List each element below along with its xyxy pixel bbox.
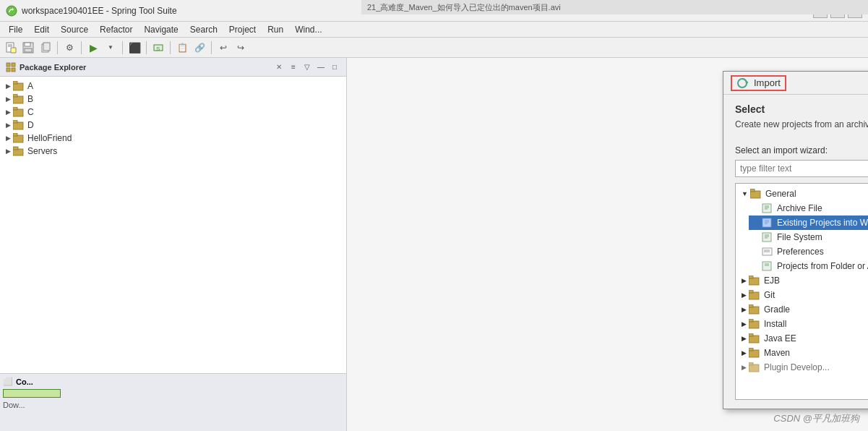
tree-install[interactable]: ▶ Install xyxy=(736,317,868,331)
dialog-body: Select Create new projects from an archi… xyxy=(723,95,868,409)
tree-item-d[interactable]: ▶ D xyxy=(0,119,346,132)
panel-controls: ≡ ▽ — □ xyxy=(288,61,340,73)
tree-general[interactable]: ▼ General xyxy=(736,187,868,201)
menu-project[interactable]: Project xyxy=(223,23,262,36)
tree-inner[interactable]: ▼ General ▶ xyxy=(736,184,868,399)
panel-maximize[interactable]: □ xyxy=(329,61,340,73)
panel-ctrl-1[interactable]: ≡ xyxy=(288,61,299,73)
tree-ejb[interactable]: ▶ EJB xyxy=(736,273,868,288)
toolbar-btn-8[interactable]: ↩ xyxy=(215,40,231,56)
menu-run[interactable]: Run xyxy=(262,23,289,36)
toolbar-new-btn[interactable] xyxy=(3,40,19,56)
menu-search[interactable]: Search xyxy=(184,23,223,36)
toolbar-save-btn[interactable] xyxy=(20,40,36,56)
tree-item-servers[interactable]: ▶ Servers xyxy=(0,145,346,158)
toolbar-run-dropdown[interactable]: ▼ xyxy=(103,40,119,56)
tree-git-arrow: ▶ xyxy=(742,291,747,299)
toolbar-btn-5[interactable]: S xyxy=(150,40,166,56)
tree-general-label: General xyxy=(765,189,796,199)
svg-rect-40 xyxy=(750,191,760,198)
tree-label-d: D xyxy=(27,120,34,130)
panel-ctrl-2[interactable]: ▽ xyxy=(301,61,313,73)
tree-existing-projects[interactable]: ▶ Existing Projects into Workspace ↖ xyxy=(749,216,868,230)
tree-git[interactable]: ▶ Git xyxy=(736,288,868,302)
dialog-title-icon xyxy=(736,77,748,89)
tree-label-servers: Servers xyxy=(27,146,57,156)
svg-rect-46 xyxy=(762,218,771,227)
svg-rect-22 xyxy=(13,107,17,110)
menu-edit[interactable]: Edit xyxy=(28,23,55,36)
dialog-description: Create new projects from an archive file… xyxy=(735,119,868,129)
tree-gradle-label: Gradle xyxy=(764,304,790,315)
svg-rect-10 xyxy=(43,43,50,51)
toolbar-sep-3 xyxy=(122,41,123,54)
toolbar-btn-7[interactable]: 🔗 xyxy=(192,40,207,56)
tree-pfa-label: Projects from Folder or Archive xyxy=(777,261,868,271)
svg-rect-15 xyxy=(7,68,10,72)
svg-rect-65 xyxy=(749,304,753,307)
svg-rect-24 xyxy=(13,120,17,123)
panel-title: Package Explorer xyxy=(20,63,276,72)
tree-plugin[interactable]: ▶ Plugin Develop... xyxy=(736,360,868,375)
menu-source[interactable]: Source xyxy=(55,23,94,36)
right-panel: Import — □ ✕ Select Create new projects … xyxy=(347,58,868,431)
tree-item-b[interactable]: ▶ B xyxy=(0,93,346,106)
svg-rect-68 xyxy=(749,336,759,343)
bottom-sub-text: Dow... xyxy=(3,401,343,409)
svg-rect-69 xyxy=(749,333,753,336)
tree-gradle-arrow: ▶ xyxy=(742,306,747,313)
import-dialog: Import — □ ✕ Select Create new projects … xyxy=(723,71,868,409)
tree-item-c[interactable]: ▶ C xyxy=(0,106,346,119)
tree-label-a: A xyxy=(27,81,33,91)
tree-preferences[interactable]: ▶ Preferences xyxy=(749,244,868,259)
svg-rect-63 xyxy=(749,290,753,293)
svg-rect-72 xyxy=(749,364,759,372)
svg-text:S: S xyxy=(156,46,160,52)
tree-arrow-b: ▶ xyxy=(6,95,11,103)
tree-maven-arrow: ▶ xyxy=(742,349,747,357)
svg-rect-42 xyxy=(762,204,771,213)
menu-window[interactable]: Wind... xyxy=(289,23,327,36)
toolbar-btn-9[interactable]: ↪ xyxy=(233,40,249,56)
tree-item-a[interactable]: ▶ A xyxy=(0,80,346,93)
toolbar-run-btn[interactable]: ▶ xyxy=(85,40,101,56)
svg-rect-16 xyxy=(12,68,15,72)
dialog-titlebar: Import — □ ✕ xyxy=(723,72,868,95)
left-panel: Package Explorer ✕ ≡ ▽ — □ ▶ A ▶ xyxy=(0,58,347,431)
tree-item-hellofriend[interactable]: ▶ HelloFriend xyxy=(0,132,346,145)
progress-indicator xyxy=(3,389,61,398)
toolbar-btn-6[interactable]: 📋 xyxy=(174,40,190,56)
menu-bar: File Edit Source Refactor Navigate Searc… xyxy=(0,22,868,38)
toolbar-sep-4 xyxy=(146,41,147,54)
bottom-sub-panel: ⬜ Co... Dow... xyxy=(0,373,346,431)
tree-fs-label: File System xyxy=(777,232,822,242)
tree-pref-label: Preferences xyxy=(777,247,824,257)
svg-rect-19 xyxy=(13,96,23,103)
tree-archive-file[interactable]: ▶ Archive File xyxy=(749,201,868,216)
svg-rect-28 xyxy=(13,147,18,150)
svg-rect-64 xyxy=(749,307,759,314)
toolbar-copy-btn[interactable] xyxy=(38,40,53,56)
menu-file[interactable]: File xyxy=(3,23,28,36)
tree-maven[interactable]: ▶ Maven xyxy=(736,346,868,360)
panel-minimize[interactable]: — xyxy=(315,61,327,73)
tree-label-c: C xyxy=(27,107,34,117)
tree-javaee-label: Java EE xyxy=(764,333,796,343)
menu-navigate[interactable]: Navigate xyxy=(138,23,184,36)
bottom-sub-header: ⬜ Co... xyxy=(3,377,343,386)
menu-refactor[interactable]: Refactor xyxy=(94,23,138,36)
tree-javaee[interactable]: ▶ Java EE xyxy=(736,331,868,346)
svg-rect-66 xyxy=(749,321,759,328)
svg-rect-41 xyxy=(750,189,755,192)
svg-rect-26 xyxy=(13,133,17,136)
tree-archive-label: Archive File xyxy=(777,203,822,213)
svg-rect-7 xyxy=(25,43,30,46)
tree-projects-folder[interactable]: ▶ Projects from Folder or Archive xyxy=(749,259,868,273)
tree-gradle[interactable]: ▶ Gradle xyxy=(736,302,868,317)
toolbar-gear-btn[interactable]: ⚙ xyxy=(61,40,77,56)
toolbar-debug-btn[interactable]: ⬛ xyxy=(126,40,142,56)
bottom-sub-icon: ⬜ xyxy=(3,377,13,386)
tree-file-system[interactable]: ▶ File System xyxy=(749,230,868,244)
svg-rect-14 xyxy=(12,63,15,67)
filter-input[interactable] xyxy=(735,160,868,177)
